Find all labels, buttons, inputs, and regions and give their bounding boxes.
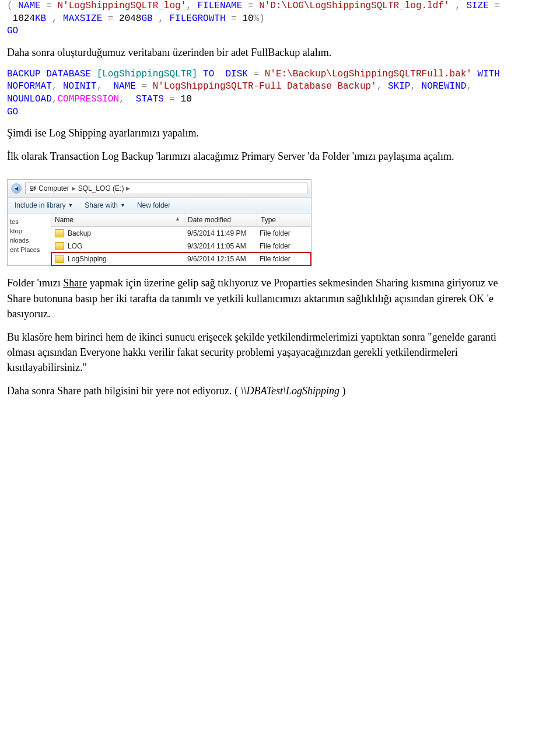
toolbar-share-with[interactable]: Share with▼ (85, 201, 125, 209)
table-row[interactable]: LOG 9/3/2014 11:05 AM File folder (51, 240, 311, 253)
folder-type: File folder (256, 253, 311, 265)
computer-icon: 🖳 (29, 184, 36, 192)
breadcrumb-computer[interactable]: Computer (38, 184, 69, 192)
code-block-create-log: ( NAME = N'LogShippingSQLTR_log', FILENA… (7, 0, 518, 38)
paragraph-sharepath: Daha sonra Share path bilgisini bir yere… (7, 383, 518, 398)
folder-type: File folder (256, 240, 311, 253)
paragraph-fullbackup: Daha sonra oluşturduğumuz veritabanı üze… (7, 45, 518, 60)
toolbar-include-library[interactable]: Include in library▼ (15, 201, 73, 209)
chevron-right-icon: ▶ (72, 185, 76, 191)
share-path-value: \\DBATest\LogShipping (238, 385, 342, 397)
chevron-right-icon: ▶ (126, 185, 130, 191)
sidebar-item[interactable]: ktop (10, 226, 51, 236)
folder-date: 9/3/2014 11:05 AM (184, 240, 256, 253)
folder-icon (55, 255, 64, 263)
table-row[interactable]: Backup 9/5/2014 11:49 PM File folder (51, 227, 311, 240)
sort-asc-icon: ▲ (175, 216, 180, 224)
column-header-name[interactable]: Name▲ (51, 213, 184, 226)
chevron-down-icon: ▼ (120, 202, 125, 208)
paragraph-primary-folder: İlk olarak Transaction Log Backup 'larım… (7, 149, 518, 164)
column-header-date[interactable]: Date modified (184, 213, 257, 226)
chevron-down-icon: ▼ (68, 202, 73, 208)
folder-name: LOG (68, 242, 82, 250)
explorer-header-row: Name▲ Date modified Type (51, 213, 311, 227)
paragraph-logshipping: Şimdi ise Log Shipping ayarlarımızı yapa… (7, 125, 518, 141)
breadcrumb[interactable]: 🖳 Computer ▶ SQL_LOG (E:) ▶ (25, 183, 307, 194)
folder-name: LogShipping (68, 255, 107, 263)
folder-icon (55, 242, 64, 250)
code-block-backup: BACKUP DATABASE [LogShippingSQLTR] TO DI… (7, 68, 518, 118)
sidebar-item[interactable]: nloads (10, 236, 51, 245)
explorer-toolbar: Include in library▼ Share with▼ New fold… (8, 198, 311, 213)
back-icon[interactable]: ◄ (11, 183, 22, 194)
folder-date: 9/5/2014 11:49 PM (184, 227, 256, 240)
toolbar-new-folder[interactable]: New folder (137, 201, 170, 209)
paragraph-share-instructions: Folder 'ımızı Share yapmak için üzerine … (7, 275, 518, 321)
explorer-window: ◄ 🖳 Computer ▶ SQL_LOG (E:) ▶ Include in… (7, 179, 312, 266)
folder-name: Backup (68, 229, 91, 237)
table-row-highlighted[interactable]: LogShipping 9/6/2014 12:15 AM File folde… (51, 253, 311, 265)
column-header-type[interactable]: Type (257, 213, 311, 226)
folder-date: 9/6/2014 12:15 AM (184, 253, 256, 265)
sidebar-item[interactable]: tes (10, 217, 51, 226)
folder-type: File folder (256, 227, 311, 240)
folder-icon (55, 229, 64, 237)
paragraph-permissions: Bu klasöre hem birinci hem de ikinci sun… (7, 330, 518, 375)
explorer-sidebar: tes ktop nloads ent Places (8, 213, 51, 265)
explorer-navbar: ◄ 🖳 Computer ▶ SQL_LOG (E:) ▶ (8, 180, 311, 198)
share-underlined: Share (63, 277, 87, 289)
breadcrumb-drive[interactable]: SQL_LOG (E:) (78, 184, 124, 192)
sidebar-item[interactable]: ent Places (10, 245, 51, 254)
